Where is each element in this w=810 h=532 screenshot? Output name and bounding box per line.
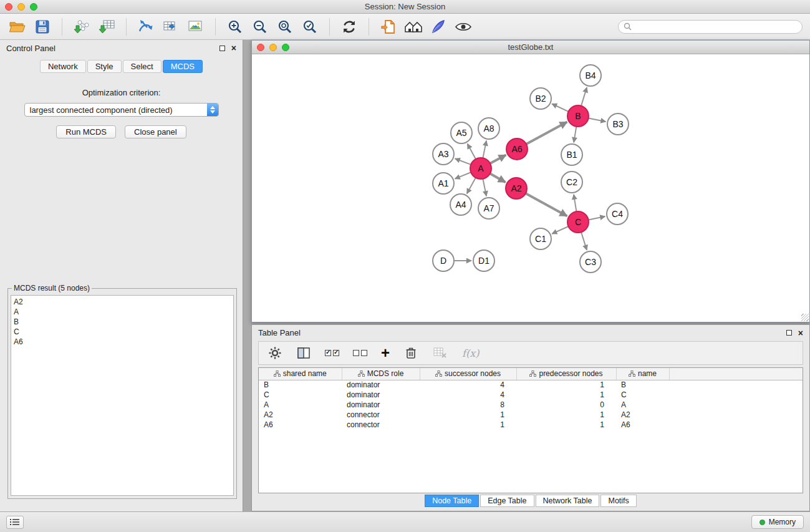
new-network-button[interactable] <box>136 17 156 37</box>
zoom-selected-button[interactable] <box>300 17 320 37</box>
column-header-predecessor-nodes[interactable]: predecessor nodes <box>516 368 616 380</box>
table-cell[interactable]: 1 <box>516 390 616 400</box>
column-header-shared-name[interactable]: shared name <box>259 368 342 380</box>
column-header-successor-nodes[interactable]: successor nodes <box>420 368 516 380</box>
delete-row-button[interactable] <box>403 346 418 360</box>
tab-select[interactable]: Select <box>123 60 162 73</box>
network-zoom-button[interactable] <box>282 44 289 51</box>
graph-edge-B-B1[interactable] <box>574 127 576 143</box>
tab-edge-table[interactable]: Edge Table <box>480 495 534 507</box>
select-all-button[interactable] <box>325 350 339 356</box>
unselect-all-button[interactable] <box>353 350 367 356</box>
task-history-button[interactable] <box>6 516 24 529</box>
table-cell[interactable]: 0 <box>516 400 616 410</box>
graph-edge-C-C4[interactable] <box>589 216 605 220</box>
resize-grip[interactable] <box>801 314 809 321</box>
table-cell[interactable]: 1 <box>516 420 616 430</box>
table-row[interactable]: A2connector11A2 <box>259 410 803 420</box>
graph-edge-A2-C[interactable] <box>526 193 567 216</box>
table-cell[interactable]: A6 <box>616 420 669 430</box>
table-row[interactable]: Cdominator41C <box>259 390 803 400</box>
table-row[interactable]: A6connector11A6 <box>259 420 803 430</box>
tab-network-table[interactable]: Network Table <box>536 495 600 507</box>
table-cell[interactable]: 1 <box>516 410 616 420</box>
minimize-window-button[interactable] <box>17 3 25 11</box>
tab-node-table[interactable]: Node Table <box>425 495 479 507</box>
table-cell[interactable]: connector <box>342 420 420 430</box>
import-network-button[interactable] <box>72 17 92 37</box>
result-item[interactable]: C <box>14 327 231 337</box>
network-minimize-button[interactable] <box>269 44 277 51</box>
table-cell[interactable]: 1 <box>420 410 516 420</box>
export-image-button[interactable] <box>186 17 206 37</box>
graph-edge-A-A5[interactable] <box>468 144 476 160</box>
graph-edge-A-A1[interactable] <box>455 172 471 178</box>
result-item[interactable]: B <box>14 317 231 327</box>
export-table-button[interactable] <box>161 17 181 37</box>
refresh-layout-button[interactable] <box>339 17 359 37</box>
network-graph[interactable]: AA1A2A3A4A5A6A7A8BB1B2B3B4CC1C2C3C4DD1 <box>252 54 809 322</box>
memory-button[interactable]: Memory <box>751 515 804 529</box>
zoom-out-button[interactable] <box>250 17 270 37</box>
search-field[interactable] <box>618 20 803 34</box>
table-cell[interactable]: A6 <box>259 420 342 430</box>
save-session-button[interactable] <box>32 17 52 37</box>
close-window-button[interactable] <box>5 3 12 11</box>
table-cell[interactable]: C <box>616 390 669 400</box>
graph-edge-A-A6[interactable] <box>490 155 506 163</box>
close-table-panel-icon[interactable]: × <box>798 329 803 337</box>
close-panel-icon[interactable]: × <box>231 44 236 52</box>
show-hide-button[interactable] <box>453 17 473 37</box>
network-canvas[interactable]: AA1A2A3A4A5A6A7A8BB1B2B3B4CC1C2C3C4DD1 <box>252 54 809 322</box>
graph-edge-C-C3[interactable] <box>581 232 587 250</box>
table-settings-button[interactable] <box>268 346 282 360</box>
add-row-button[interactable]: + <box>381 347 390 359</box>
close-panel-button[interactable]: Close panel <box>125 125 186 138</box>
result-item[interactable]: A6 <box>14 337 231 347</box>
graph-edge-C-C2[interactable] <box>574 195 576 211</box>
result-item[interactable]: A <box>14 307 231 317</box>
delete-table-button[interactable] <box>432 346 448 360</box>
tab-network[interactable]: Network <box>40 60 86 73</box>
graph-edge-A-A4[interactable] <box>467 178 476 194</box>
table-cell[interactable]: dominator <box>342 390 420 400</box>
duplicate-network-button[interactable] <box>378 17 398 37</box>
first-neighbors-button[interactable] <box>403 17 423 37</box>
table-cell[interactable]: dominator <box>342 380 420 390</box>
function-builder-button[interactable]: f(x) <box>462 347 479 359</box>
column-header-MCDS-role[interactable]: MCDS role <box>342 368 420 380</box>
float-table-panel-icon[interactable] <box>786 330 792 336</box>
mcds-result-list[interactable]: A2 A B C A6 <box>11 295 234 496</box>
table-cell[interactable]: 4 <box>420 390 516 400</box>
graph-edge-B-B3[interactable] <box>589 118 606 122</box>
node-table-container[interactable]: shared nameMCDS rolesuccessor nodesprede… <box>258 367 803 493</box>
table-cell[interactable]: A <box>616 400 669 410</box>
tab-style[interactable]: Style <box>87 60 122 73</box>
tab-mcds[interactable]: MCDS <box>163 60 203 73</box>
graph-edge-B-B2[interactable] <box>552 104 569 112</box>
zoom-window-button[interactable] <box>30 3 37 11</box>
table-cell[interactable]: 1 <box>516 380 616 390</box>
float-panel-icon[interactable] <box>219 46 225 51</box>
graph-edge-A-A3[interactable] <box>455 158 471 165</box>
insert-column-button[interactable] <box>296 346 311 360</box>
graph-edge-A-A2[interactable] <box>490 173 506 182</box>
column-header-name[interactable]: name <box>616 368 669 380</box>
graph-edge-C-C1[interactable] <box>552 226 568 234</box>
open-session-button[interactable] <box>7 17 27 37</box>
graph-edge-A-A8[interactable] <box>483 141 486 158</box>
import-table-button[interactable] <box>97 17 117 37</box>
highlight-button[interactable] <box>428 17 448 37</box>
result-item[interactable]: A2 <box>14 297 231 307</box>
graph-edge-B-B4[interactable] <box>581 87 587 106</box>
table-cell[interactable]: B <box>259 380 342 390</box>
table-cell[interactable]: 4 <box>420 380 516 390</box>
network-window-titlebar[interactable]: testGlobe.txt <box>252 41 809 54</box>
criterion-dropdown[interactable]: largest connected component (directed) <box>24 103 219 117</box>
table-cell[interactable]: B <box>616 380 669 390</box>
table-row[interactable]: Bdominator41B <box>259 380 803 390</box>
table-cell[interactable]: C <box>259 390 342 400</box>
table-cell[interactable]: A2 <box>259 410 342 420</box>
table-row[interactable]: Adominator80A <box>259 400 803 410</box>
tab-motifs[interactable]: Motifs <box>600 495 636 507</box>
